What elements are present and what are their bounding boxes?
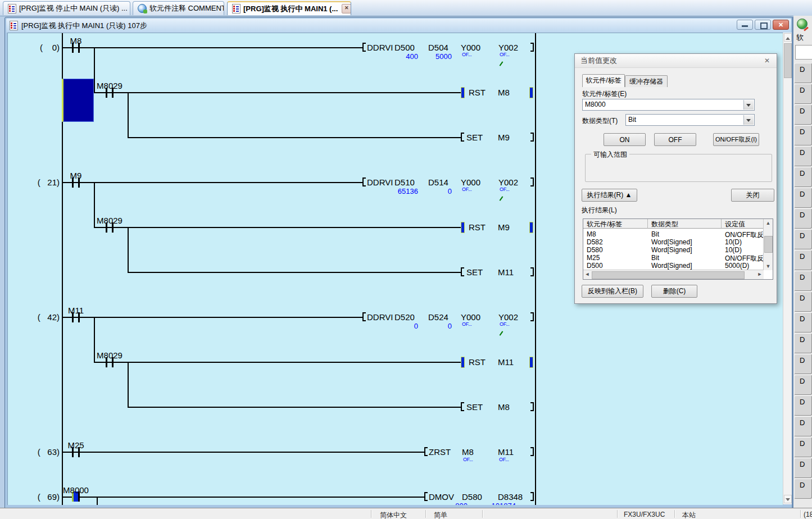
off-button[interactable]: OFF — [654, 133, 696, 146]
instruction-op[interactable]: DDRVI — [367, 177, 393, 188]
instruction-operand[interactable]: D580 — [462, 492, 482, 502]
instruction-op[interactable]: DDRVI — [367, 312, 393, 322]
scroll-down-icon[interactable]: ▼ — [764, 262, 773, 270]
table-cell[interactable]: 10(D) — [722, 238, 764, 246]
instruction-op[interactable]: RST — [469, 222, 486, 233]
instruction-operand[interactable]: M8 — [462, 447, 474, 457]
data-type-combobox[interactable]: Bit — [625, 114, 755, 126]
device-cell[interactable]: D — [794, 84, 812, 104]
ladder-cursor-cell[interactable] — [62, 79, 94, 122]
instruction-op[interactable]: DDRVI — [367, 43, 393, 53]
minimize-button[interactable] — [737, 20, 753, 30]
table-cell[interactable]: 5000(D) — [722, 262, 764, 270]
device-combobox[interactable]: M8000 — [582, 99, 755, 111]
restore-button[interactable] — [755, 20, 771, 30]
device-cell[interactable]: D — [794, 395, 812, 416]
device-cell[interactable]: D — [794, 167, 812, 187]
instruction-operand[interactable]: M9 — [498, 133, 510, 143]
dialog-title-bar[interactable]: 当前值更改 — [575, 54, 777, 68]
device-cell[interactable]: D — [794, 437, 812, 457]
instruction-operand[interactable]: M8 — [498, 88, 510, 98]
table-cell[interactable]: D500 — [583, 262, 648, 270]
table-cell[interactable]: M8 — [583, 230, 648, 238]
window-title-bar[interactable]: [PRG]监视 执行中 MAIN1 (只读) 107步 — [6, 19, 791, 33]
column-header[interactable]: 数据类型 — [648, 219, 722, 229]
device-cell[interactable]: D — [794, 104, 812, 125]
instruction-operand[interactable]: D514 — [428, 177, 448, 188]
device-cell[interactable]: D — [794, 292, 812, 312]
table-cell[interactable]: D582 — [583, 238, 648, 246]
chevron-down-icon[interactable] — [743, 100, 754, 110]
tab-buffer-memory[interactable]: 缓冲存储器 — [625, 75, 668, 87]
table-cell[interactable]: D580 — [583, 246, 648, 254]
right-panel-input[interactable] — [795, 45, 812, 60]
dialog-close-icon[interactable]: ✕ — [762, 56, 772, 66]
tab-device-label[interactable]: 软元件/标签 — [582, 74, 625, 87]
table-cell[interactable]: Word[Signed] — [648, 246, 722, 254]
scrollbar-thumb[interactable] — [764, 236, 773, 253]
table-cell[interactable]: ON/OFF取反 — [722, 254, 764, 262]
device-cell[interactable]: D — [794, 312, 812, 333]
instruction-op[interactable]: ZRST — [429, 447, 451, 457]
table-cell[interactable]: Word[Signed] — [648, 262, 722, 270]
device-cell[interactable]: D — [794, 333, 812, 353]
device-cell[interactable]: D — [794, 479, 812, 499]
device-cell[interactable]: D — [794, 188, 812, 208]
instruction-operand[interactable]: D500 — [394, 43, 415, 53]
device-cell[interactable]: D — [794, 208, 812, 229]
execution-result-toggle-button[interactable]: 执行结果(R) ▲ — [582, 189, 637, 202]
device-cell[interactable]: D — [794, 125, 812, 145]
table-vertical-scrollbar[interactable]: ▲ ▼ — [763, 219, 773, 270]
scrollbar-thumb[interactable] — [592, 271, 745, 279]
table-cell[interactable]: ON/OFF取反 — [722, 230, 764, 238]
close-button[interactable]: ✕ — [773, 20, 789, 30]
table-cell[interactable]: M25 — [583, 254, 648, 262]
device-cell[interactable]: D — [794, 354, 812, 374]
instruction-operand[interactable]: D510 — [394, 177, 415, 188]
instruction-operand[interactable]: D524 — [428, 312, 448, 322]
instruction-operand[interactable]: M11 — [498, 447, 514, 457]
reflect-to-input-button[interactable]: 反映到输入栏(B) — [582, 285, 643, 298]
tab-close-icon[interactable]: ✕ — [342, 4, 351, 13]
instruction-op[interactable]: SET — [466, 267, 483, 277]
scroll-up-icon[interactable] — [784, 33, 792, 42]
on-button[interactable]: ON — [604, 133, 646, 146]
instruction-operand[interactable]: D520 — [394, 312, 415, 322]
scroll-left-icon[interactable]: ◄ — [583, 270, 591, 278]
device-cell[interactable]: D — [794, 146, 812, 166]
instruction-op[interactable]: DMOV — [429, 492, 454, 502]
close-dialog-button[interactable]: 关闭 — [731, 189, 774, 202]
on-off-toggle-button[interactable]: ON/OFF取反(I) — [713, 133, 759, 146]
table-cell[interactable]: Word[Signed] — [648, 238, 722, 246]
table-cell[interactable]: Bit — [648, 230, 722, 238]
instruction-operand[interactable]: M8 — [498, 402, 510, 412]
chevron-down-icon[interactable] — [743, 115, 754, 125]
execution-result-table[interactable]: 软元件/标签 数据类型 设定值 M8 Bit ON/OFF取反 D582 Wor… — [583, 218, 773, 280]
instruction-op[interactable]: SET — [466, 133, 483, 143]
instruction-operand[interactable]: D504 — [428, 43, 448, 53]
device-cell[interactable]: D — [794, 63, 812, 83]
device-cell[interactable]: D — [794, 250, 812, 270]
device-cell[interactable]: D — [794, 416, 812, 436]
column-header[interactable]: 设定值 — [722, 219, 764, 229]
instruction-op[interactable]: RST — [469, 357, 486, 367]
device-cell[interactable]: D — [794, 375, 812, 395]
scrollbar-thumb[interactable] — [784, 43, 792, 78]
table-cell[interactable]: Bit — [648, 254, 722, 262]
device-cell[interactable]: D — [794, 458, 812, 478]
scroll-right-icon[interactable]: ► — [756, 270, 764, 278]
instruction-op[interactable]: RST — [469, 88, 486, 98]
ladder-vertical-scrollbar[interactable] — [783, 33, 792, 504]
device-cell[interactable]: D — [794, 271, 812, 291]
table-horizontal-scrollbar[interactable]: ◄ ► — [583, 270, 764, 279]
table-cell[interactable]: 10(D) — [722, 246, 764, 254]
tab-main-monitor-stopped[interactable]: [PRG]监视 停止中 MAIN (只读) ... — [3, 1, 130, 15]
instruction-operand[interactable]: D8348 — [498, 492, 523, 502]
tab-device-comment[interactable]: 软元件注释 COMMENT — [133, 1, 224, 15]
device-cell[interactable]: D — [794, 229, 812, 249]
instruction-operand[interactable]: M11 — [498, 357, 514, 367]
instruction-operand[interactable]: M9 — [498, 222, 510, 233]
delete-button[interactable]: 删除(C) — [651, 285, 697, 298]
instruction-operand[interactable]: M11 — [498, 267, 514, 277]
scroll-down-icon[interactable] — [784, 495, 792, 503]
